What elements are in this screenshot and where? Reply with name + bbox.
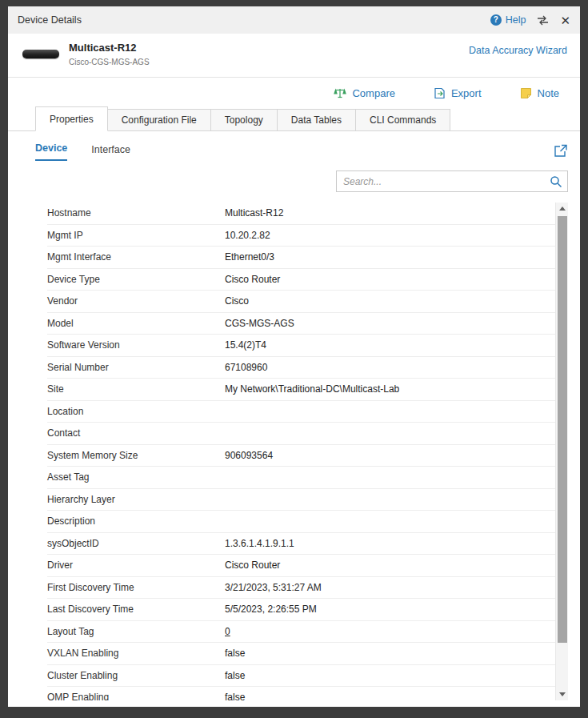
- property-value: Ethernet0/3: [225, 251, 555, 263]
- property-label: Layout Tag: [47, 626, 225, 637]
- titlebar-actions: ? Help ✕: [490, 14, 570, 26]
- property-value: Multicast-R12: [225, 207, 555, 219]
- property-label: Mgmt IP: [47, 230, 225, 241]
- tab-properties[interactable]: Properties: [35, 106, 108, 131]
- open-in-new-icon[interactable]: [554, 144, 568, 158]
- vertical-scrollbar[interactable]: [555, 203, 568, 700]
- property-row-vxlan-enabling: VXLAN Enablingfalse: [47, 643, 555, 665]
- dialog-titlebar: Device Details ? Help ✕: [8, 6, 580, 34]
- property-value: My Network\Traditional-DC\Multicast-Lab: [225, 383, 555, 395]
- action-bar: Compare Export Note: [8, 78, 580, 106]
- scroll-up-button[interactable]: [556, 203, 568, 215]
- property-value: Cisco: [225, 295, 555, 307]
- property-label: Location: [47, 406, 225, 417]
- property-label: Mgmt Interface: [47, 251, 225, 263]
- property-row-hostname: HostnameMulticast-R12: [47, 203, 555, 225]
- property-value: 1.3.6.1.4.1.9.1.1: [225, 538, 555, 549]
- property-row-device-type: Device TypeCisco Router: [47, 269, 555, 291]
- property-label: First Discovery Time: [47, 582, 225, 593]
- property-value: 67108960: [225, 362, 555, 373]
- export-label: Export: [451, 87, 482, 99]
- property-label: Contact: [47, 427, 225, 439]
- compare-label: Compare: [352, 87, 394, 99]
- subtab-interface[interactable]: Interface: [91, 144, 130, 161]
- property-row-location: Location: [47, 401, 555, 423]
- device-model: Cisco-CGS-MGS-AGS: [69, 58, 469, 66]
- subtab-device[interactable]: Device: [35, 142, 67, 161]
- property-value: 906093564: [225, 450, 555, 461]
- property-row-serial-number: Serial Number67108960: [47, 357, 555, 379]
- scrollbar-thumb[interactable]: [558, 216, 567, 643]
- properties-table: HostnameMulticast-R12Mgmt IP10.20.2.82Mg…: [35, 203, 555, 700]
- property-row-system-memory-size: System Memory Size906093564: [47, 445, 555, 467]
- property-row-site: SiteMy Network\Traditional-DC\Multicast-…: [47, 379, 555, 401]
- property-value: 15.4(2)T4: [225, 339, 555, 351]
- property-row-asset-tag: Asset Tag: [47, 467, 555, 489]
- properties-table-wrap: HostnameMulticast-R12Mgmt IP10.20.2.82Mg…: [35, 203, 568, 700]
- help-icon: ?: [490, 14, 502, 26]
- device-names: Multicast-R12 Cisco-CGS-MGS-AGS: [69, 42, 469, 66]
- property-label: Description: [47, 515, 225, 527]
- property-row-software-version: Software Version15.4(2)T4: [47, 335, 555, 357]
- property-label: Cluster Enabling: [47, 670, 225, 681]
- dialog-title: Device Details: [18, 14, 82, 26]
- property-label: Asset Tag: [47, 471, 225, 483]
- data-accuracy-wizard-link[interactable]: Data Accuracy Wizard: [469, 45, 567, 56]
- scrollbar-track[interactable]: [556, 215, 568, 688]
- tab-cli-commands[interactable]: CLI Commands: [355, 109, 450, 130]
- property-value: Cisco Router: [225, 274, 555, 285]
- property-label: Site: [47, 383, 225, 395]
- property-label: Vendor: [47, 295, 225, 307]
- property-label: Last Discovery Time: [47, 604, 225, 615]
- note-label: Note: [538, 87, 559, 99]
- search-input[interactable]: [337, 176, 545, 187]
- property-label: Software Version: [47, 339, 225, 351]
- property-label: System Memory Size: [47, 450, 225, 461]
- export-icon: [434, 87, 446, 99]
- property-value: Cisco Router: [225, 560, 555, 571]
- property-label: Driver: [47, 560, 225, 571]
- property-value: 3/21/2023, 5:31:27 AM: [225, 582, 555, 593]
- search-icon[interactable]: [545, 175, 567, 188]
- property-row-description: Description: [47, 511, 555, 533]
- swap-icon[interactable]: [537, 15, 549, 26]
- property-value[interactable]: 0: [225, 626, 555, 637]
- property-value: CGS-MGS-AGS: [225, 318, 555, 329]
- property-label: Hierarchy Layer: [47, 494, 225, 505]
- compare-icon: [334, 87, 346, 99]
- properties-panel: DeviceInterface HostnameMulticast-R12Mgm…: [8, 131, 580, 707]
- compare-button[interactable]: Compare: [334, 87, 394, 99]
- device-header: Multicast-R12 Cisco-CGS-MGS-AGS Data Acc…: [8, 34, 580, 78]
- property-row-mgmt-ip: Mgmt IP10.20.2.82: [47, 225, 555, 247]
- property-row-omp-enabling: OMP Enablingfalse: [47, 687, 555, 700]
- property-label: Hostname: [47, 207, 225, 219]
- property-label: OMP Enabling: [47, 692, 225, 700]
- property-value: false: [225, 670, 555, 681]
- property-label: VXLAN Enabling: [47, 648, 225, 659]
- note-button[interactable]: Note: [520, 87, 559, 99]
- property-row-first-discovery-time: First Discovery Time3/21/2023, 5:31:27 A…: [47, 577, 555, 600]
- device-name: Multicast-R12: [69, 42, 469, 54]
- property-label: Device Type: [47, 274, 225, 285]
- property-row-model: ModelCGS-MGS-AGS: [47, 313, 555, 335]
- property-value: false: [225, 692, 555, 700]
- export-button[interactable]: Export: [434, 87, 482, 99]
- property-label: Serial Number: [47, 362, 225, 373]
- property-row-hierarchy-layer: Hierarchy Layer: [47, 489, 555, 511]
- close-icon[interactable]: ✕: [560, 14, 570, 26]
- tab-configuration-file[interactable]: Configuration File: [107, 109, 211, 130]
- tab-data-tables[interactable]: Data Tables: [277, 109, 356, 130]
- property-row-vendor: VendorCisco: [47, 291, 555, 313]
- property-value: 5/5/2023, 2:26:55 PM: [225, 604, 555, 615]
- property-value: 10.20.2.82: [225, 230, 555, 241]
- help-label: Help: [506, 14, 526, 26]
- search-box: [336, 170, 568, 192]
- property-value: false: [225, 648, 555, 659]
- tab-topology[interactable]: Topology: [210, 109, 278, 130]
- scroll-down-button[interactable]: [556, 688, 568, 700]
- help-button[interactable]: ? Help: [490, 14, 526, 26]
- tab-bar: PropertiesConfiguration FileTopologyData…: [8, 106, 580, 131]
- property-row-driver: DriverCisco Router: [47, 555, 555, 577]
- note-icon: [520, 87, 532, 99]
- property-label: Model: [47, 318, 225, 329]
